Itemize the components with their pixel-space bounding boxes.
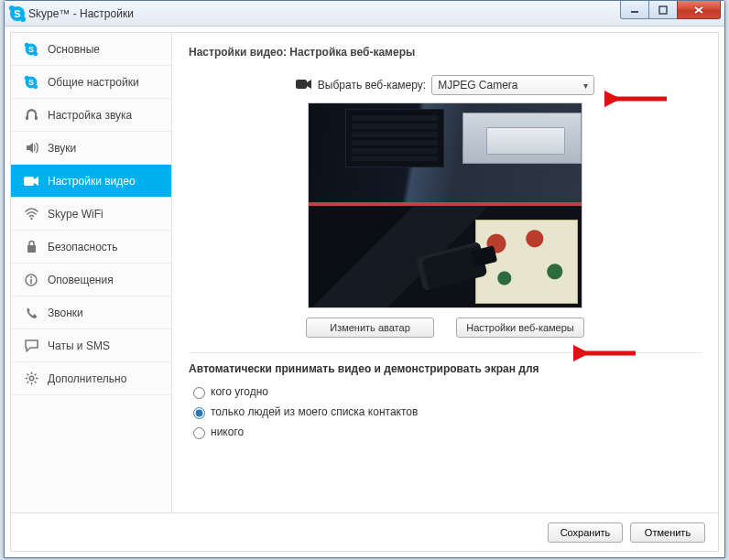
info-icon	[22, 274, 40, 286]
svg-rect-21	[296, 80, 307, 89]
sidebar-item-label: Дополнительно	[48, 372, 126, 385]
cancel-button[interactable]: Отменить	[630, 522, 705, 543]
radio-input[interactable]	[193, 387, 205, 399]
sidebar-item-1[interactable]: SОбщие настройки	[11, 66, 171, 99]
sidebar: SОсновныеSОбщие настройкиНастройка звука…	[11, 33, 172, 512]
sidebar-item-label: Общие настройки	[48, 76, 139, 89]
radio-input[interactable]	[193, 407, 205, 419]
sidebar-item-label: Безопасность	[48, 241, 118, 253]
svg-line-19	[34, 374, 36, 376]
maximize-icon	[658, 5, 668, 15]
sidebar-item-10[interactable]: Дополнительно	[11, 362, 171, 395]
sidebar-item-2[interactable]: Настройка звука	[11, 99, 171, 132]
radio-label: только людей из моего списка контактов	[211, 405, 418, 418]
auto-accept-option-0[interactable]: кого угодно	[189, 384, 702, 399]
svg-line-20	[27, 382, 28, 383]
radio-input[interactable]	[193, 427, 205, 439]
sidebar-item-8[interactable]: Звонки	[11, 296, 171, 329]
sidebar-item-3[interactable]: Звуки	[11, 132, 171, 165]
headset-icon	[22, 108, 40, 122]
sidebar-item-5[interactable]: Skype WiFi	[11, 198, 171, 231]
titlebar[interactable]: S Skype™ - Настройки	[5, 1, 724, 27]
skype-icon: S	[22, 42, 40, 57]
sidebar-item-7[interactable]: Оповещения	[11, 264, 171, 296]
svg-rect-5	[35, 116, 38, 120]
auto-accept-title: Автоматически принимать видео и демонстр…	[189, 362, 702, 375]
sidebar-item-label: Звонки	[48, 307, 83, 319]
speaker-icon	[22, 141, 40, 155]
client-area: SОсновныеSОбщие настройкиНастройка звука…	[10, 32, 719, 552]
panel-heading: Настройки видео: Настройка веб-камеры	[189, 46, 702, 59]
select-camera-label: Выбрать веб-камеру:	[318, 79, 426, 92]
main-panel: Настройки видео: Настройка веб-камеры Вы…	[172, 33, 718, 512]
svg-rect-0	[631, 11, 638, 13]
svg-line-18	[34, 382, 36, 383]
sidebar-item-0[interactable]: SОсновные	[11, 33, 171, 66]
phone-icon	[22, 307, 40, 319]
svg-rect-11	[30, 279, 32, 284]
svg-line-17	[27, 374, 28, 376]
svg-point-10	[30, 276, 32, 278]
camera-icon	[296, 79, 312, 92]
wifi-icon	[22, 208, 40, 220]
gear-icon	[22, 372, 40, 385]
dialog-footer: Сохранить Отменить	[11, 512, 718, 551]
svg-rect-1	[659, 6, 667, 14]
sidebar-item-label: Звуки	[48, 142, 76, 155]
skype-icon: S	[10, 6, 25, 21]
camera-icon	[22, 176, 40, 187]
camera-select-value: MJPEG Camera	[438, 79, 517, 92]
sidebar-item-label: Чаты и SMS	[48, 339, 110, 352]
radio-label: никого	[211, 425, 244, 438]
separator	[189, 352, 702, 353]
sidebar-item-label: Настройка звука	[48, 109, 132, 122]
close-button[interactable]	[677, 1, 721, 19]
sidebar-item-9[interactable]: Чаты и SMS	[11, 329, 171, 362]
window-controls	[621, 1, 721, 19]
camera-select[interactable]: MJPEG Camera ▾	[431, 75, 594, 95]
sidebar-item-label: Skype WiFi	[48, 208, 103, 221]
minimize-button[interactable]	[620, 1, 649, 19]
svg-rect-8	[27, 245, 36, 253]
svg-point-7	[30, 218, 32, 220]
change-avatar-button[interactable]: Изменить аватар	[306, 318, 434, 338]
skype-icon: S	[22, 75, 40, 90]
chat-icon	[22, 339, 40, 352]
svg-rect-4	[26, 116, 28, 120]
sidebar-item-label: Настройки видео	[48, 175, 136, 188]
auto-accept-option-2[interactable]: никого	[189, 425, 702, 439]
minimize-icon	[630, 5, 639, 15]
sidebar-item-label: Оповещения	[48, 274, 114, 286]
sidebar-item-6[interactable]: Безопасность	[11, 231, 171, 264]
chevron-down-icon: ▾	[583, 81, 588, 91]
settings-window: S Skype™ - Настройки SОсновныеSОбщие нас…	[4, 0, 725, 558]
save-button[interactable]: Сохранить	[548, 522, 623, 543]
webcam-settings-button[interactable]: Настройки веб-камеры	[456, 318, 584, 338]
svg-point-12	[29, 376, 33, 380]
lock-icon	[22, 240, 40, 253]
sidebar-item-label: Основные	[48, 43, 100, 56]
close-icon	[693, 5, 704, 15]
camera-preview	[308, 102, 582, 308]
auto-accept-option-1[interactable]: только людей из моего списка контактов	[189, 404, 702, 419]
sidebar-item-4[interactable]: Настройки видео	[11, 165, 171, 198]
window-title: Skype™ - Настройки	[28, 7, 134, 20]
svg-rect-6	[24, 177, 34, 186]
maximize-button[interactable]	[648, 1, 678, 19]
radio-label: кого угодно	[211, 385, 268, 398]
